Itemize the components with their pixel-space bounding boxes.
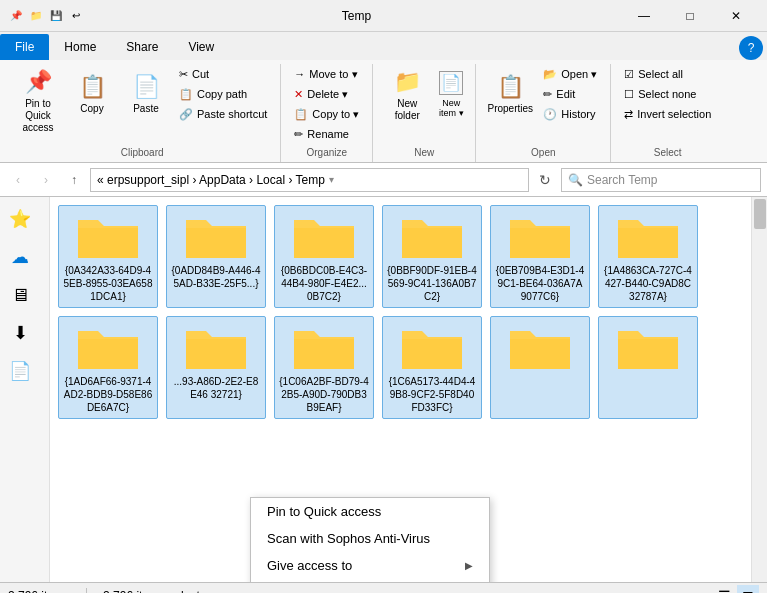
detail-view-button[interactable]: ⊞: [737, 585, 759, 594]
file-item[interactable]: ...93-A86D-2E2-E8E46 32721}: [166, 316, 266, 419]
folder-svg: [616, 210, 680, 262]
new-folder-label: Newfolder: [395, 98, 420, 122]
new-item-button[interactable]: 📄 Newitem ▾: [435, 64, 467, 124]
cm-item-access[interactable]: Give access to ▶: [251, 552, 489, 579]
select-all-button[interactable]: ☑ Select all: [619, 64, 716, 84]
file-item[interactable]: {0BBF90DF-91EB-4569-9C41-136A0B7C2}: [382, 205, 482, 308]
ribbon-group-clipboard: 📌 Pin to Quickaccess 📋 Copy 📄 Paste ✂ Cu…: [4, 64, 281, 162]
open-label: Open: [476, 147, 610, 158]
open-button[interactable]: 📂 Open ▾: [538, 64, 602, 84]
rename-button[interactable]: ✏ Rename: [289, 124, 364, 144]
back-button[interactable]: ‹: [6, 168, 30, 192]
path-dropdown[interactable]: ▾: [329, 174, 334, 185]
window-title: Temp: [92, 9, 621, 23]
invert-selection-button[interactable]: ⇄ Invert selection: [619, 104, 716, 124]
paste-shortcut-button[interactable]: 🔗 Paste shortcut: [174, 104, 272, 124]
move-to-button[interactable]: → Move to ▾: [289, 64, 364, 84]
file-item[interactable]: {0B6BDC0B-E4C3-44B4-980F-E4E2...0B7C2}: [274, 205, 374, 308]
sidebar: ⭐ ☁ 🖥 ⬇ 📄: [0, 197, 50, 582]
copy-to-button[interactable]: 📋 Copy to ▾: [289, 104, 364, 124]
new-folder-button[interactable]: 📁 Newfolder: [381, 64, 433, 127]
file-item[interactable]: {1AD6AF66-9371-4AD2-BDB9-D58E86DE6A7C}: [58, 316, 158, 419]
paste-shortcut-label: Paste shortcut: [197, 108, 267, 120]
edit-label: Edit: [556, 88, 575, 100]
paste-button[interactable]: 📄 Paste: [120, 64, 172, 124]
ribbon-group-select: ☑ Select all ☐ Select none ⇄ Invert sele…: [611, 64, 724, 162]
address-path[interactable]: « erpsupport_sipl › AppData › Local › Te…: [90, 168, 529, 192]
properties-label: Properties: [488, 103, 534, 114]
sidebar-item-docs[interactable]: 📄: [2, 353, 38, 389]
file-item[interactable]: [490, 316, 590, 419]
cm-access-label: Give access to: [267, 558, 352, 573]
move-to-label: Move to ▾: [309, 68, 357, 81]
pin-quick-access-button[interactable]: 📌 Pin to Quickaccess: [12, 64, 64, 139]
select-buttons: ☑ Select all ☐ Select none ⇄ Invert sele…: [619, 64, 716, 158]
search-placeholder: Search Temp: [587, 173, 657, 187]
maximize-button[interactable]: □: [667, 0, 713, 32]
history-label: History: [561, 108, 595, 120]
refresh-button[interactable]: ↻: [533, 168, 557, 192]
address-bar: ‹ › ↑ « erpsupport_sipl › AppData › Loca…: [0, 163, 767, 197]
file-label: {1AD6AF66-9371-4AD2-BDB9-D58E86DE6A7C}: [63, 375, 153, 414]
new-item-icon: 📄: [439, 71, 463, 95]
file-item[interactable]: {1A4863CA-727C-4427-B440-C9AD8C32787A}: [598, 205, 698, 308]
select-all-label: Select all: [638, 68, 683, 80]
forward-button[interactable]: ›: [34, 168, 58, 192]
tab-view[interactable]: View: [173, 34, 229, 60]
copy-to-label: Copy to ▾: [312, 108, 359, 121]
folder-svg: [292, 321, 356, 373]
title-bar: 📌 📁 💾 ↩ Temp — □ ✕: [0, 0, 767, 32]
file-item[interactable]: {1C06A2BF-BD79-42B5-A90D-790DB3B9EAF}: [274, 316, 374, 419]
sidebar-item-star[interactable]: ⭐: [2, 201, 38, 237]
open-label: Open ▾: [561, 68, 597, 81]
pin-label: Pin to Quickaccess: [15, 98, 61, 134]
open-icon: 📂: [543, 68, 557, 81]
clipboard-buttons: 📌 Pin to Quickaccess 📋 Copy 📄 Paste ✂ Cu…: [12, 64, 272, 158]
cm-item-scan[interactable]: Scan with Sophos Anti-Virus: [251, 525, 489, 552]
file-item[interactable]: {0EB709B4-E3D1-49C1-BE64-036A7A9077C6}: [490, 205, 590, 308]
list-view-button[interactable]: ☰: [713, 585, 735, 594]
context-menu: Pin to Quick access Scan with Sophos Ant…: [250, 497, 490, 582]
copy-path-label: Copy path: [197, 88, 247, 100]
minimize-button[interactable]: —: [621, 0, 667, 32]
folder-icon-small: 📁: [28, 8, 44, 24]
file-area[interactable]: {0A342A33-64D9-45EB-8955-03EA6581DCA1} {…: [50, 197, 751, 582]
sidebar-item-desktop[interactable]: 🖥: [2, 277, 38, 313]
delete-button[interactable]: ✕ Delete ▾: [289, 84, 364, 104]
tab-share[interactable]: Share: [111, 34, 173, 60]
tab-home[interactable]: Home: [49, 34, 111, 60]
copy-button[interactable]: 📋 Copy: [66, 64, 118, 124]
cut-icon: ✂: [179, 68, 188, 81]
sidebar-item-cloud[interactable]: ☁: [2, 239, 38, 275]
paste-icon: 📄: [133, 74, 160, 100]
file-grid: {0A342A33-64D9-45EB-8955-03EA6581DCA1} {…: [58, 205, 743, 419]
close-button[interactable]: ✕: [713, 0, 759, 32]
cm-item-send[interactable]: Send to ▶: [251, 579, 489, 582]
file-label: {0ADD84B9-A446-45AD-B33E-25F5...}: [171, 264, 261, 290]
file-item[interactable]: {0A342A33-64D9-45EB-8955-03EA6581DCA1}: [58, 205, 158, 308]
file-item[interactable]: [598, 316, 698, 419]
copy-path-button[interactable]: 📋 Copy path: [174, 84, 272, 104]
sidebar-item-downloads[interactable]: ⬇: [2, 315, 38, 351]
up-button[interactable]: ↑: [62, 168, 86, 192]
cut-button[interactable]: ✂ Cut: [174, 64, 272, 84]
select-col: ☑ Select all ☐ Select none ⇄ Invert sele…: [619, 64, 716, 124]
file-item[interactable]: {0ADD84B9-A446-45AD-B33E-25F5...}: [166, 205, 266, 308]
cm-item-pin[interactable]: Pin to Quick access: [251, 498, 489, 525]
search-box[interactable]: 🔍 Search Temp: [561, 168, 761, 192]
select-none-button[interactable]: ☐ Select none: [619, 84, 716, 104]
folder-svg: [508, 321, 572, 373]
window-controls: — □ ✕: [621, 0, 759, 32]
new-buttons: 📁 Newfolder 📄 Newitem ▾: [381, 64, 467, 158]
scrollbar[interactable]: [751, 197, 767, 582]
file-label: {0EB709B4-E3D1-49C1-BE64-036A7A9077C6}: [495, 264, 585, 303]
help-button[interactable]: ?: [739, 36, 763, 60]
save-icon: 💾: [48, 8, 64, 24]
copy-to-icon: 📋: [294, 108, 308, 121]
edit-button[interactable]: ✏ Edit: [538, 84, 602, 104]
scrollbar-thumb[interactable]: [754, 199, 766, 229]
history-button[interactable]: 🕐 History: [538, 104, 602, 124]
tab-file[interactable]: File: [0, 34, 49, 60]
file-item[interactable]: {1C6A5173-44D4-49B8-9CF2-5F8D40FD33FC}: [382, 316, 482, 419]
properties-button[interactable]: 📋 Properties: [484, 64, 536, 124]
